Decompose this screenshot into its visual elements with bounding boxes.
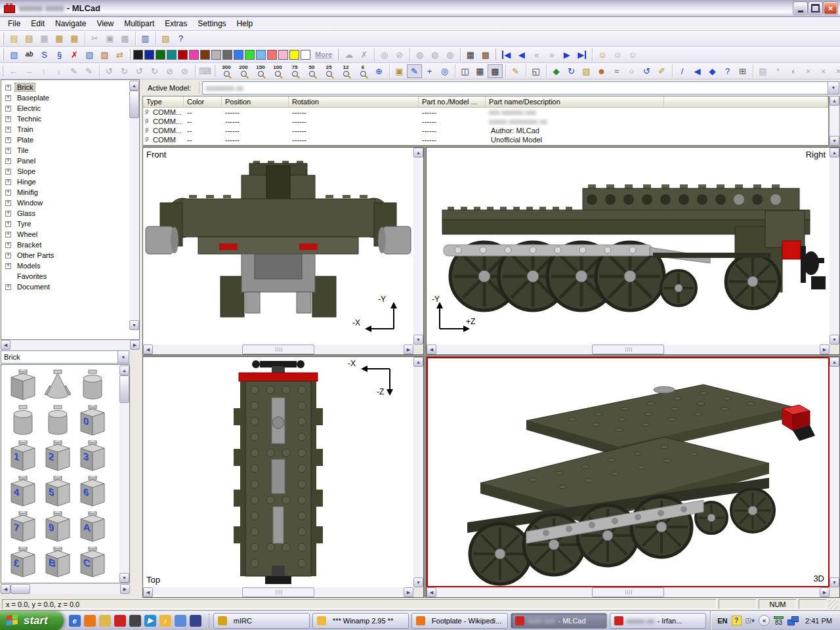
sidebar-item-document[interactable]: Document: [1, 282, 139, 292]
add-part-icon[interactable]: ◆: [549, 64, 564, 78]
toolbar-handle[interactable]: [2, 49, 4, 60]
mirror-x-icon[interactable]: ×: [801, 64, 816, 78]
scroll-left-icon[interactable]: [143, 345, 153, 354]
rotate-z-cw-icon[interactable]: ⊘: [177, 64, 192, 78]
scroll-up-icon[interactable]: [129, 81, 139, 91]
color-swatch[interactable]: [167, 50, 177, 60]
table-scrollbar-vertical[interactable]: [830, 96, 839, 146]
viewport-scrollbar-horizontal[interactable]: [143, 345, 413, 354]
first-step-icon[interactable]: ◀: [499, 48, 514, 62]
color-swatch[interactable]: [211, 50, 221, 60]
color-swatch[interactable]: [301, 50, 310, 60]
properties-icon[interactable]: ▨: [158, 32, 173, 45]
previous-step-icon[interactable]: ◀: [514, 48, 529, 62]
scroll-right-icon[interactable]: [404, 345, 413, 354]
expand-box-icon[interactable]: ◱: [528, 64, 543, 78]
quick-launch-ie-icon[interactable]: e: [69, 615, 81, 627]
menu-settings[interactable]: Settings: [192, 17, 231, 30]
right-view-canvas[interactable]: Right: [427, 148, 830, 345]
table-row[interactable]: COMM... -- ------ ------ ------ xxx xxxx…: [143, 108, 828, 117]
tree-expander-icon[interactable]: [5, 232, 11, 238]
zoom-mode-icon[interactable]: ◎: [437, 64, 452, 78]
color-swatch[interactable]: [222, 50, 232, 60]
menu-file[interactable]: File: [3, 17, 26, 30]
rotate-z-icon[interactable]: ⊘: [162, 64, 177, 78]
quick-launch-media-icon[interactable]: [129, 615, 141, 627]
tree-scrollbar-horizontal[interactable]: [1, 340, 140, 350]
palette-part[interactable]: 5: [40, 474, 75, 509]
tree-expander-icon[interactable]: [5, 106, 11, 112]
cut-icon[interactable]: ✂: [87, 32, 102, 45]
unhide-part-icon[interactable]: ✗: [356, 48, 371, 62]
scroll-down-icon[interactable]: [413, 578, 423, 587]
tree-expander-icon[interactable]: [5, 211, 11, 217]
sidebar-item-glass[interactable]: Glass: [1, 208, 139, 219]
volume-meter-icon[interactable]: 83: [774, 616, 784, 625]
fast-back-icon[interactable]: «: [529, 48, 544, 62]
move-right-icon[interactable]: →: [21, 64, 36, 78]
turn-part-icon[interactable]: ↺: [639, 64, 654, 78]
tree-scrollbar-vertical[interactable]: [129, 81, 139, 330]
updates-tray-icon[interactable]: ◳▾: [746, 617, 755, 624]
tree-expander-icon[interactable]: [5, 95, 11, 101]
top-view-canvas[interactable]: Top: [143, 357, 413, 587]
quick-launch-winamp-icon[interactable]: ♪: [159, 615, 171, 627]
menu-navigate[interactable]: Navigate: [50, 17, 91, 30]
help-tray-icon[interactable]: ?: [732, 616, 742, 625]
scrollbar-thumb[interactable]: [592, 587, 664, 597]
mirror-y-icon[interactable]: ×: [816, 64, 831, 78]
light-off-icon[interactable]: ◍: [427, 48, 442, 62]
scrollbar-thumb[interactable]: [242, 345, 314, 354]
view-mode-icon[interactable]: ▣: [392, 64, 407, 78]
menu-multipart[interactable]: Multipart: [119, 17, 159, 30]
part-group-select[interactable]: Brick: [1, 350, 129, 364]
next-step-icon[interactable]: ▶: [559, 48, 574, 62]
scroll-right-icon[interactable]: [820, 345, 830, 354]
fade-prior-steps-icon[interactable]: ☺: [610, 48, 625, 62]
menu-edit[interactable]: Edit: [26, 17, 50, 30]
viewport-scrollbar-vertical[interactable]: [830, 148, 839, 345]
more-colors-button[interactable]: More: [315, 51, 332, 58]
palette-part[interactable]: [40, 403, 75, 438]
quick-launch-document-icon[interactable]: [175, 615, 186, 627]
quick-launch-ball-icon[interactable]: [190, 615, 201, 627]
scroll-left-icon[interactable]: [427, 345, 436, 354]
color-swatch[interactable]: [267, 50, 277, 60]
hide-prior-steps-icon[interactable]: ☺: [625, 48, 640, 62]
edit-mode-icon[interactable]: ✎: [407, 64, 422, 78]
scroll-right-icon[interactable]: [130, 340, 140, 350]
sidebar-item-electric[interactable]: Electric: [1, 103, 139, 114]
add-band-icon[interactable]: ○: [624, 64, 639, 78]
exchange-color-icon[interactable]: ⇄: [112, 48, 127, 62]
ghost-part-icon[interactable]: ◎: [377, 48, 392, 62]
tree-expander-icon[interactable]: [5, 284, 11, 290]
task-mlcad[interactable]: xxxx xxx - MLCad: [511, 613, 607, 629]
scroll-right-icon[interactable]: [120, 584, 130, 594]
rotate-x-cw-icon[interactable]: ↻: [117, 64, 132, 78]
toolbar-handle[interactable]: [214, 65, 215, 77]
chevron-down-icon[interactable]: [828, 82, 839, 94]
mirror-z-icon[interactable]: ×: [831, 64, 840, 78]
rotate-y-icon[interactable]: ↺: [132, 64, 147, 78]
viewport-scrollbar-horizontal[interactable]: [427, 345, 830, 354]
scroll-down-icon[interactable]: [129, 320, 139, 330]
zoom-100-button[interactable]: 100: [269, 64, 286, 79]
color-swatch[interactable]: [133, 50, 143, 60]
scroll-down-icon[interactable]: [830, 335, 839, 345]
sidebar-item-panel[interactable]: Panel: [1, 156, 139, 166]
chevron-down-icon[interactable]: [117, 351, 129, 363]
scroll-left-icon[interactable]: [143, 587, 153, 597]
tree-expander-icon[interactable]: [5, 221, 11, 227]
new-file-icon[interactable]: ▤: [7, 32, 22, 45]
zoom-25-button[interactable]: 25: [320, 64, 337, 79]
light-on-icon[interactable]: ◍: [412, 48, 427, 62]
palette-part[interactable]: 3: [75, 438, 110, 474]
drop-part-icon[interactable]: ✐: [654, 64, 669, 78]
scrollbar-thumb[interactable]: [129, 91, 139, 118]
context-help-icon[interactable]: ?: [173, 32, 188, 45]
toolbar-handle[interactable]: [494, 49, 496, 60]
copy-icon[interactable]: ▣: [102, 32, 117, 45]
add-file-icon[interactable]: ▧: [579, 64, 594, 78]
zoom-150-button[interactable]: 150: [252, 64, 269, 79]
rotate-step-icon[interactable]: ↻: [564, 64, 579, 78]
